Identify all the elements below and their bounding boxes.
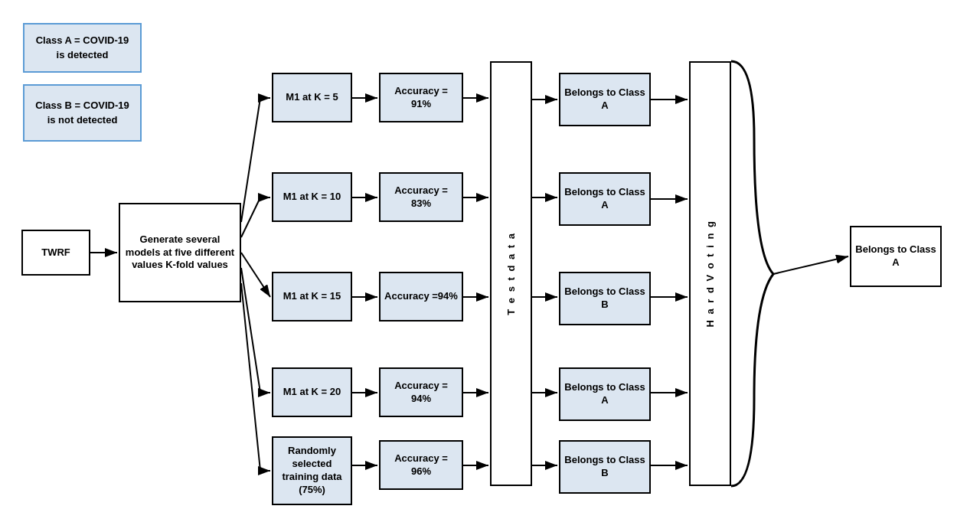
m1k5-box: M1 at K = 5 <box>272 73 352 122</box>
generate-box: Generate several models at five differen… <box>119 203 241 302</box>
svg-line-32 <box>773 256 848 274</box>
final-box: Belongs to Class A <box>850 226 942 287</box>
acc94a-box: Accuracy =94% <box>379 272 463 321</box>
acc96-box: Accuracy = 96% <box>379 440 463 490</box>
m1k10-box: M1 at K = 10 <box>272 172 352 222</box>
hardvoting-box: H a r d V o t i n g <box>689 61 731 486</box>
legend-class-a: Class A = COVID-19 is detected <box>23 23 142 73</box>
diagram-container: Class A = COVID-19 is detected Class B =… <box>0 0 980 532</box>
belongs3-box: Belongs to Class B <box>559 272 651 325</box>
belongs5-box: Belongs to Class B <box>559 440 651 494</box>
belongs1-box: Belongs to Class A <box>559 73 651 126</box>
random-box: Randomly selected training data (75%) <box>272 436 352 505</box>
belongs4-box: Belongs to Class A <box>559 367 651 421</box>
legend-class-b: Class B = COVID-19 is not detected <box>23 84 142 142</box>
svg-line-10 <box>241 283 260 471</box>
twrf-box: TWRF <box>21 230 90 276</box>
svg-line-5 <box>241 197 260 237</box>
belongs2-box: Belongs to Class A <box>559 172 651 226</box>
acc91-box: Accuracy = 91% <box>379 73 463 122</box>
svg-line-8 <box>241 268 260 393</box>
testdata-box: T e s t d a t a <box>490 61 532 486</box>
acc94b-box: Accuracy = 94% <box>379 367 463 417</box>
svg-line-3 <box>241 98 260 222</box>
svg-line-7 <box>241 253 270 297</box>
acc83-box: Accuracy = 83% <box>379 172 463 222</box>
m1k20-box: M1 at K = 20 <box>272 367 352 417</box>
m1k15-box: M1 at K = 15 <box>272 272 352 321</box>
